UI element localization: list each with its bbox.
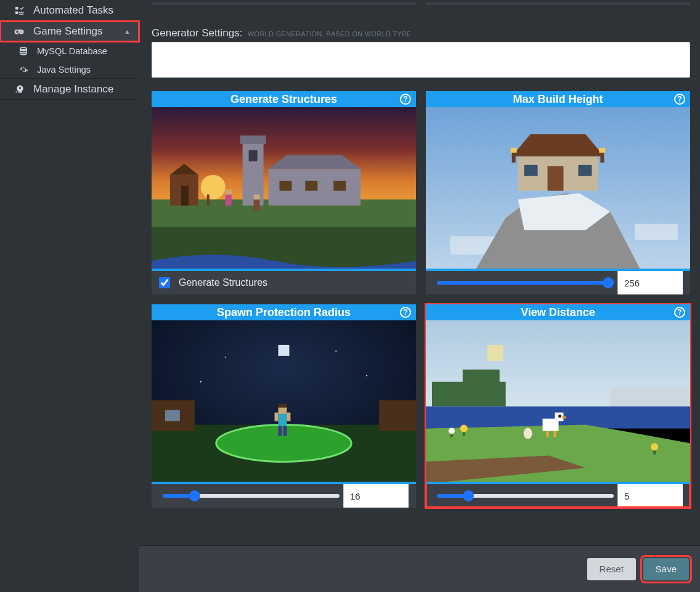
svg-rect-34 [599, 148, 605, 153]
svg-rect-45 [279, 426, 282, 436]
generator-settings-hint: WORLD GENERATION, BASED ON WORLD TYPE [248, 30, 412, 38]
view-distance-slider[interactable] [437, 494, 614, 498]
card-max-build-height: Max Build Height ? [426, 91, 690, 294]
generator-settings-textarea[interactable] [152, 42, 690, 78]
card-spawn-protection: Spawn Protection Radius ? [152, 304, 416, 508]
svg-point-74 [651, 444, 658, 451]
card-title: View Distance [521, 306, 595, 319]
help-icon[interactable]: ? [400, 307, 411, 318]
card-title: Max Build Height [513, 93, 603, 106]
help-icon[interactable]: ? [674, 307, 685, 318]
svg-rect-23 [635, 224, 678, 240]
svg-rect-9 [249, 150, 258, 161]
svg-rect-33 [600, 152, 604, 163]
help-icon[interactable]: ? [674, 94, 685, 105]
help-icon[interactable]: ? [400, 94, 411, 105]
top-block-left [152, 2, 416, 6]
tasks-icon [14, 5, 25, 16]
svg-point-38 [335, 351, 336, 352]
sidebar-item-label: MySQL Database [37, 46, 107, 56]
svg-rect-30 [578, 165, 592, 176]
svg-rect-20 [206, 190, 211, 195]
svg-rect-64 [562, 416, 566, 419]
card-generate-structures: Generate Structures ? [152, 91, 416, 294]
sidebar-item-label: Automated Tasks [33, 4, 113, 17]
svg-rect-16 [226, 190, 232, 195]
card-title: Spawn Protection Radius [217, 306, 351, 319]
svg-rect-8 [240, 136, 266, 144]
svg-rect-48 [279, 404, 287, 408]
max-build-height-slider[interactable] [437, 281, 614, 285]
svg-rect-49 [287, 413, 290, 421]
svg-rect-6 [181, 186, 189, 206]
sidebar-item-label: Java Settings [37, 65, 91, 75]
svg-rect-53 [379, 400, 416, 431]
svg-rect-29 [524, 165, 538, 176]
svg-rect-55 [487, 345, 503, 361]
svg-rect-67 [554, 431, 556, 437]
svg-rect-66 [547, 431, 549, 437]
svg-rect-17 [254, 200, 260, 211]
footer: Reset Save [139, 545, 700, 592]
card-image-structures [152, 107, 416, 271]
cogs-icon [18, 65, 28, 75]
svg-point-40 [200, 381, 201, 383]
save-button[interactable]: Save [643, 558, 689, 580]
svg-rect-46 [283, 426, 287, 436]
svg-rect-31 [512, 152, 516, 163]
svg-rect-36 [279, 345, 290, 356]
svg-point-37 [225, 357, 226, 358]
svg-rect-28 [548, 166, 564, 191]
svg-rect-57 [463, 370, 500, 388]
top-block-right [426, 2, 690, 6]
chevron-up-icon: ▲ [124, 28, 131, 35]
spawn-protection-slider[interactable] [163, 494, 340, 498]
svg-rect-19 [207, 193, 210, 206]
svg-point-68 [524, 428, 532, 439]
top-placeholder-row [152, 2, 690, 6]
svg-rect-32 [511, 148, 517, 153]
svg-point-1 [201, 175, 226, 200]
database-icon [18, 46, 28, 56]
card-image-build-height [426, 107, 690, 271]
sidebar-item-label: Manage Instance [33, 83, 113, 95]
svg-rect-44 [279, 413, 287, 426]
svg-rect-52 [165, 410, 180, 421]
card-image-view-distance [426, 320, 690, 484]
sidebar-item-game-settings[interactable]: Game Settings ▲ [0, 21, 139, 42]
generator-settings-row: Generator Settings: WORLD GENERATION, BA… [152, 27, 690, 78]
main-panel: Generator Settings: WORLD GENERATION, BA… [139, 0, 700, 592]
sidebar: Automated Tasks Game Settings ▲ MySQL Da… [0, 0, 139, 592]
svg-rect-15 [226, 195, 232, 206]
svg-rect-58 [610, 388, 690, 407]
sidebar-item-java-settings[interactable]: Java Settings [0, 60, 139, 79]
view-distance-value[interactable]: 5 [617, 484, 683, 508]
svg-rect-13 [305, 181, 317, 191]
generate-structures-checkbox-label: Generate Structures [179, 277, 267, 288]
sidebar-item-mysql-database[interactable]: MySQL Database [0, 42, 139, 60]
svg-point-39 [366, 375, 367, 376]
svg-rect-12 [280, 181, 292, 191]
max-build-height-value[interactable]: 256 [617, 271, 683, 294]
svg-point-72 [449, 428, 455, 434]
svg-rect-50 [275, 413, 279, 421]
svg-point-70 [460, 425, 468, 432]
card-title: Generate Structures [230, 93, 337, 106]
svg-rect-18 [254, 195, 260, 200]
gamepad-icon [14, 26, 25, 37]
svg-rect-14 [333, 181, 346, 191]
card-view-distance: View Distance ? [426, 304, 690, 508]
rocket-icon [14, 84, 25, 95]
generator-settings-label: Generator Settings: [152, 27, 242, 39]
sidebar-item-manage-instance[interactable]: Manage Instance [0, 79, 139, 100]
svg-rect-65 [558, 415, 561, 418]
spawn-protection-value[interactable]: 16 [343, 484, 409, 508]
generate-structures-checkbox[interactable] [159, 277, 170, 288]
reset-button[interactable]: Reset [587, 558, 636, 580]
card-image-spawn [152, 320, 416, 484]
svg-rect-7 [243, 138, 264, 206]
sidebar-item-label: Game Settings [33, 25, 102, 38]
sidebar-item-automated-tasks[interactable]: Automated Tasks [0, 0, 139, 21]
